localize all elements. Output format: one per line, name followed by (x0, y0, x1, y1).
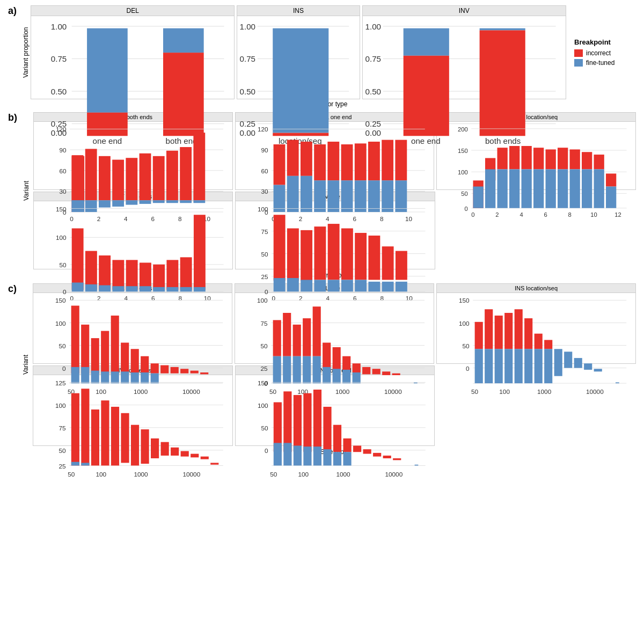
svg-rect-95 (301, 142, 312, 176)
svg-rect-243 (101, 331, 109, 374)
svg-rect-258 (191, 371, 199, 374)
svg-rect-352 (131, 425, 139, 466)
svg-rect-384 (313, 390, 321, 452)
svg-text:0.50: 0.50 (365, 87, 380, 96)
svg-text:0: 0 (265, 447, 268, 454)
svg-rect-383 (303, 447, 311, 465)
svg-rect-135 (522, 146, 532, 169)
panel-b-inv-both: INV both ends 150 100 50 (33, 192, 233, 269)
legend-item-incorrect: incorrect (574, 49, 636, 57)
svg-text:8: 8 (568, 211, 572, 218)
svg-rect-326 (554, 349, 562, 376)
svg-text:100: 100 (55, 320, 66, 327)
svg-text:120: 120 (56, 126, 67, 133)
svg-rect-358 (191, 454, 199, 458)
svg-rect-382 (303, 393, 311, 452)
svg-rect-148 (594, 169, 604, 208)
svg-rect-213 (341, 280, 353, 291)
svg-text:100: 100 (499, 388, 510, 395)
svg-rect-141 (558, 148, 568, 169)
svg-rect-257 (180, 369, 188, 373)
svg-rect-396 (393, 458, 401, 460)
svg-rect-391 (343, 452, 351, 465)
svg-text:4: 4 (520, 211, 523, 218)
svg-text:6: 6 (544, 211, 547, 218)
svg-rect-169 (85, 284, 97, 291)
svg-text:1000: 1000 (537, 388, 552, 395)
svg-rect-55 (72, 155, 84, 200)
svg-text:125: 125 (55, 379, 66, 386)
svg-rect-183 (180, 287, 192, 291)
svg-rect-69 (166, 151, 178, 200)
legend-label-incorrect: incorrect (586, 49, 611, 57)
svg-rect-331 (616, 382, 619, 383)
panel-c-inv-both-area: 125 100 75 50 25 (33, 375, 232, 482)
panel-b-ins-loc-area: 200 150 100 50 0 (437, 122, 635, 221)
svg-text:0: 0 (472, 211, 475, 218)
svg-rect-146 (582, 169, 592, 208)
panel-b-inv-one-area: 100 75 50 25 0 (236, 201, 434, 305)
svg-rect-329 (584, 363, 592, 370)
svg-text:10000: 10000 (586, 388, 604, 395)
svg-rect-36 (403, 28, 449, 56)
svg-text:75: 75 (59, 425, 67, 431)
svg-rect-385 (313, 447, 321, 465)
svg-text:2: 2 (496, 211, 499, 218)
svg-rect-380 (293, 395, 301, 452)
panel-a-del-title: DEL (31, 6, 234, 16)
svg-rect-259 (200, 372, 208, 374)
svg-rect-218 (382, 246, 394, 280)
svg-rect-274 (273, 320, 281, 356)
svg-rect-354 (151, 438, 159, 458)
svg-text:100: 100 (257, 297, 268, 304)
svg-rect-57 (85, 149, 97, 200)
panel-b-del-both: DEL both ends 120 (33, 112, 233, 190)
svg-rect-215 (355, 280, 367, 291)
svg-text:0.50: 0.50 (240, 87, 255, 96)
svg-rect-323 (535, 349, 543, 383)
svg-rect-105 (368, 142, 380, 180)
svg-rect-360 (210, 463, 218, 464)
svg-rect-39 (479, 30, 525, 136)
svg-rect-182 (180, 257, 192, 290)
panel-c-del-both: DEL both ends 150 100 (33, 283, 232, 364)
svg-text:60: 60 (261, 167, 268, 174)
svg-rect-170 (99, 255, 111, 290)
svg-text:0.50: 0.50 (51, 87, 67, 96)
section-b-ylabel: Variant (21, 112, 31, 269)
svg-rect-38 (479, 28, 525, 31)
svg-text:150: 150 (55, 297, 66, 304)
svg-rect-176 (140, 262, 151, 289)
svg-rect-397 (414, 465, 418, 466)
svg-rect-143 (570, 149, 580, 169)
svg-rect-133 (509, 146, 519, 169)
svg-rect-97 (314, 144, 326, 180)
svg-text:50: 50 (270, 471, 277, 478)
svg-rect-211 (328, 280, 340, 291)
svg-rect-139 (546, 149, 556, 169)
svg-rect-393 (363, 449, 371, 453)
svg-rect-149 (606, 173, 616, 186)
section-c: c) Variant DEL both ends (8, 283, 636, 456)
svg-rect-67 (153, 156, 165, 200)
panel-c-ins-loc-area: 150 100 50 0 (437, 293, 635, 399)
svg-text:1000: 1000 (134, 471, 148, 478)
svg-rect-204 (287, 228, 299, 281)
svg-rect-103 (354, 143, 366, 180)
svg-rect-184 (194, 215, 206, 290)
svg-rect-356 (171, 448, 179, 456)
svg-rect-288 (342, 356, 350, 370)
svg-rect-387 (323, 449, 331, 465)
svg-rect-321 (524, 349, 532, 383)
svg-text:50: 50 (471, 388, 479, 395)
svg-text:100: 100 (459, 320, 470, 327)
svg-rect-210 (328, 224, 340, 280)
svg-rect-216 (369, 236, 380, 280)
svg-rect-209 (314, 280, 326, 291)
svg-text:0: 0 (62, 365, 66, 372)
svg-rect-181 (166, 287, 178, 291)
svg-rect-355 (161, 442, 169, 456)
svg-rect-137 (533, 148, 544, 169)
svg-rect-320 (524, 318, 532, 349)
svg-rect-214 (355, 233, 367, 280)
